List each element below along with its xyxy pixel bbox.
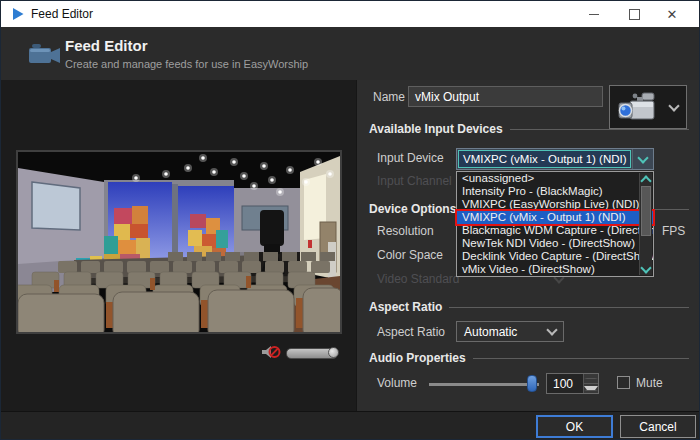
- input-device-dropdown-button[interactable]: [632, 149, 653, 169]
- chevron-up-icon: [640, 175, 651, 186]
- list-item[interactable]: Blackmagic WDM Capture - (DirectShow): [457, 224, 653, 237]
- name-label: Name: [373, 90, 405, 104]
- name-input[interactable]: vMix Output: [408, 86, 603, 107]
- feed-icon-dropdown[interactable]: [664, 105, 684, 110]
- scrollbar-thumb[interactable]: [641, 186, 651, 236]
- spin-down-icon: [584, 386, 598, 391]
- input-device-value: VMIXPC (vMix - Output 1) (NDI): [458, 150, 631, 168]
- input-channel-label: Input Channel: [377, 174, 452, 188]
- volume-number-input[interactable]: 100: [546, 373, 599, 394]
- video-preview: [16, 150, 342, 334]
- list-item[interactable]: Intensity Pro - (BlackMagic): [457, 185, 653, 198]
- preview-volume-knob[interactable]: [328, 347, 339, 358]
- list-item[interactable]: NewTek NDI Video - (DirectShow): [457, 237, 653, 250]
- window-title: Feed Editor: [31, 7, 93, 21]
- list-item-selected[interactable]: VMIXPC (vMix - Output 1) (NDI): [457, 211, 653, 224]
- list-item[interactable]: <unassigned>: [457, 172, 653, 185]
- feed-editor-dialog: Feed Editor ✕ Feed Editor Create and man…: [0, 0, 700, 440]
- preview-volume-slider[interactable]: [286, 348, 338, 359]
- section-available-input-devices: Available Input Devices: [369, 122, 689, 136]
- resolution-label: Resolution: [377, 224, 434, 238]
- section-aspect-ratio: Aspect Ratio: [369, 300, 689, 314]
- list-item[interactable]: VMIXPC (EasyWorship Live) (NDI): [457, 198, 653, 211]
- aspect-ratio-dropdown-button[interactable]: [541, 329, 563, 334]
- list-item[interactable]: Decklink Video Capture - (DirectShow): [457, 250, 653, 263]
- list-item[interactable]: vMix Video - (DirectShow): [457, 263, 653, 276]
- volume-slider-handle[interactable]: [527, 375, 537, 392]
- spin-down-button[interactable]: [584, 384, 598, 393]
- aspect-ratio-value: Automatic: [457, 325, 541, 339]
- ok-button[interactable]: OK: [536, 415, 613, 438]
- fps-label: FPS: [662, 224, 685, 238]
- maximize-icon: [629, 9, 640, 20]
- list-scrollbar[interactable]: [639, 173, 652, 275]
- minimize-icon: [589, 14, 599, 15]
- settings-panel: Name vMix Output Available Input Devices: [357, 80, 700, 411]
- page-subtitle: Create and manage feeds for use in EasyW…: [65, 58, 308, 70]
- easyworship-logo-icon: [11, 7, 25, 21]
- mute-label: Mute: [636, 376, 663, 390]
- input-device-combobox[interactable]: VMIXPC (vMix - Output 1) (NDI): [456, 148, 654, 170]
- input-device-list: <unassigned> Intensity Pro - (BlackMagic…: [456, 171, 654, 277]
- volume-label: Volume: [377, 376, 417, 390]
- dialog-footer: OK Cancel: [1, 411, 699, 440]
- muted-speaker-icon[interactable]: [261, 345, 281, 361]
- scroll-up-button[interactable]: [640, 173, 652, 185]
- scroll-down-button[interactable]: [640, 263, 652, 275]
- volume-slider-track[interactable]: [429, 383, 539, 386]
- camera-3d-icon: [615, 90, 659, 124]
- church-auditorium-preview-image: [18, 152, 340, 332]
- spin-up-icon: [584, 378, 598, 379]
- video-standard-label: Video Standard: [377, 272, 460, 286]
- mute-checkbox[interactable]: [617, 376, 630, 389]
- volume-spinner: [583, 374, 598, 393]
- maximize-button[interactable]: [615, 1, 653, 27]
- chevron-down-icon: [637, 152, 648, 163]
- chevron-down-icon: [668, 100, 679, 111]
- chevron-down-icon: [546, 324, 557, 335]
- preview-audio-controls: [261, 345, 338, 361]
- title-bar: Feed Editor ✕: [1, 1, 699, 27]
- input-device-label: Input Device: [377, 151, 444, 165]
- aspect-ratio-combobox[interactable]: Automatic: [456, 321, 564, 342]
- video-camera-icon: [28, 40, 62, 67]
- dialog-header: Feed Editor Create and manage feeds for …: [1, 27, 699, 81]
- color-space-label: Color Space: [377, 248, 443, 262]
- chevron-down-icon: [640, 262, 651, 273]
- page-title: Feed Editor: [65, 37, 148, 54]
- close-icon: ✕: [667, 7, 678, 22]
- volume-value: 100: [547, 374, 583, 393]
- cancel-button[interactable]: Cancel: [620, 415, 696, 438]
- close-button[interactable]: ✕: [653, 1, 691, 27]
- section-audio-properties: Audio Properties: [369, 351, 689, 365]
- minimize-button[interactable]: [575, 1, 613, 27]
- preview-panel: [1, 80, 357, 411]
- spin-up-button[interactable]: [584, 374, 598, 384]
- aspect-ratio-label: Aspect Ratio: [377, 325, 445, 339]
